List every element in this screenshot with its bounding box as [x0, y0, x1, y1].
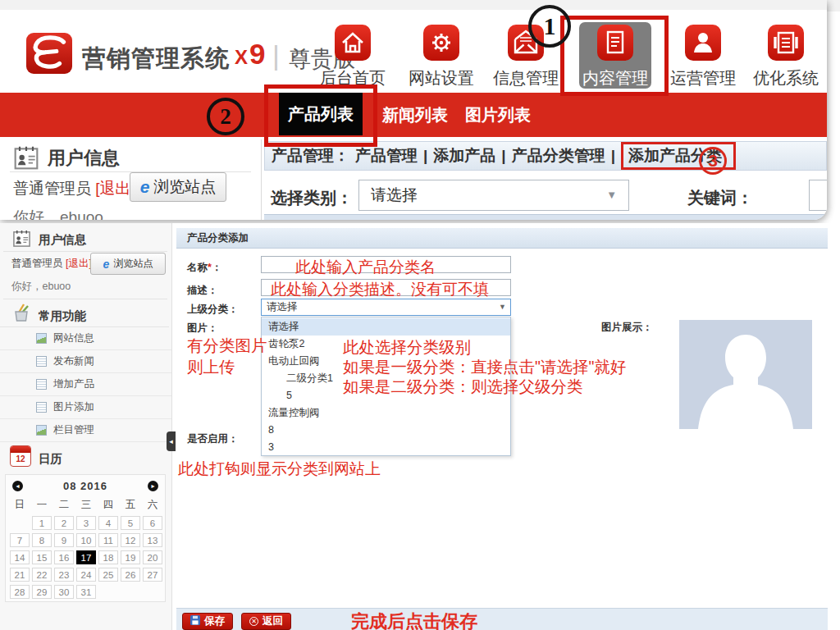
chevron-down-icon: ▼ — [499, 299, 506, 315]
annotation-frame-step1 — [560, 16, 669, 96]
back-button[interactable]: ✕ 返回 — [241, 613, 291, 630]
save-hint-annotation: 完成后点击保存 — [351, 609, 477, 630]
category-filter-select[interactable]: 请选择 ▼ — [358, 180, 629, 211]
chevron-down-icon: ▼ — [606, 180, 617, 210]
save-floppy-icon — [190, 615, 200, 628]
calendar-day[interactable]: 30 — [54, 585, 74, 599]
calendar-day[interactable]: 28 — [10, 585, 30, 599]
sidebar-item-publish-news[interactable]: 发布新闻 — [0, 350, 171, 373]
category-filter-label: 选择类别： — [271, 187, 353, 209]
calendar-day[interactable]: 14 — [10, 550, 30, 564]
calendar-day[interactable]: 1 — [32, 516, 52, 530]
tutorial-screenshot: 营销管理系统 X 9 | 尊贵版 后台首页 网站设置 — [0, 0, 840, 630]
calendar-day[interactable]: 15 — [32, 550, 52, 564]
ie-browser-icon: e — [140, 177, 150, 197]
brand-name: 营销管理系统 — [82, 43, 230, 75]
calendar-day[interactable]: 26 — [121, 568, 140, 582]
breadcrumb-link-product-manage[interactable]: 产品管理 — [355, 145, 418, 167]
keyword-input[interactable] — [809, 180, 827, 211]
dropdown-option[interactable]: 8 — [262, 422, 510, 439]
browse-site-button[interactable]: e 浏览站点 — [90, 253, 166, 275]
action-bar: 保存 ✕ 返回 完成后点击保存 — [176, 608, 828, 630]
calendar-day[interactable]: 20 — [143, 550, 162, 564]
breadcrumb-prefix: 产品管理： — [272, 145, 349, 167]
calendar-day[interactable]: 21 — [10, 568, 30, 582]
calendar-day[interactable]: 8 — [32, 533, 52, 547]
sidebar-item-add-image[interactable]: 图片添加 — [0, 396, 171, 419]
calendar-day[interactable]: 11 — [98, 533, 118, 547]
calendar-day[interactable]: 19 — [121, 550, 140, 564]
nav-item-site-settings[interactable]: 网站设置 — [399, 25, 484, 89]
calendar-day[interactable]: 22 — [32, 568, 52, 582]
nav-item-backstage-home[interactable]: 后台首页 — [310, 25, 395, 89]
nav-label: 网站设置 — [399, 67, 484, 89]
calendar-day[interactable]: 7 — [10, 533, 30, 547]
calendar-day[interactable]: 3 — [76, 516, 96, 530]
calendar-day[interactable]: 27 — [143, 568, 162, 582]
calendar-next-button[interactable]: ▸ — [148, 481, 158, 491]
divider — [3, 299, 167, 299]
calendar-day[interactable]: 24 — [76, 568, 96, 582]
calendar-day[interactable]: 2 — [54, 516, 74, 530]
calendar-date-grid: 1 2 3 4 5 6 7 8 9 10 11 12 13 14 15 16 1 — [10, 516, 162, 599]
calendar-weekday-row: 日 一 二 三 四 五 六 — [10, 498, 162, 512]
calendar-day[interactable]: 13 — [143, 533, 162, 547]
nav-label: 优化系统 — [743, 67, 827, 89]
breadcrumb-separator: | — [501, 147, 505, 165]
divider — [3, 251, 167, 252]
image-preview-label: 图片展示： — [601, 321, 653, 335]
calendar-day[interactable]: 5 — [121, 516, 140, 530]
calendar-day[interactable]: 9 — [54, 533, 74, 547]
calendar-day[interactable]: 29 — [32, 585, 52, 599]
enabled-hint-annotation: 此处打钩则显示分类到网站上 — [178, 459, 381, 480]
calendar-day[interactable]: 10 — [76, 533, 96, 547]
image-preview-placeholder — [679, 320, 812, 429]
collapse-sidebar-handle[interactable]: ◂ — [167, 431, 176, 451]
calendar-day[interactable]: 16 — [54, 550, 74, 564]
breadcrumb-link-add-product[interactable]: 添加产品 — [433, 145, 495, 167]
annotation-step3-circle: 3 — [699, 147, 727, 175]
site-info-icon — [36, 333, 47, 344]
browse-site-button[interactable]: e 浏览站点 — [130, 172, 226, 202]
dropdown-option[interactable]: 3 — [262, 439, 510, 456]
calendar-day[interactable]: 31 — [76, 585, 96, 599]
calendar-day — [98, 585, 118, 599]
parent-category-select[interactable]: 请选择 ▼ — [261, 299, 511, 316]
panel-edge-strip — [264, 214, 827, 220]
calendar-day[interactable]: 18 — [98, 550, 118, 564]
tab-image-list[interactable]: 图片列表 — [465, 93, 531, 137]
nav-item-optimize-system[interactable]: 优化系统 — [743, 25, 827, 89]
calendar-day[interactable]: 25 — [98, 568, 118, 582]
sidebar-item-column-manage[interactable]: 栏目管理 — [0, 419, 171, 442]
breadcrumb-separator: | — [611, 147, 615, 165]
calendar-day-selected[interactable]: 17 — [76, 550, 96, 564]
breadcrumb-separator: | — [423, 147, 427, 165]
name-label: 名称*： — [187, 261, 221, 275]
calendar-day[interactable]: 12 — [121, 533, 140, 547]
user-panel-title: 用户信息 — [48, 146, 120, 171]
save-button[interactable]: 保存 — [182, 613, 233, 630]
dropdown-option[interactable]: 流量控制阀 — [262, 404, 510, 422]
logout-link[interactable]: [退出] — [66, 258, 92, 269]
user-panel-title: 用户信息 — [39, 232, 86, 248]
dropdown-option[interactable]: 请选择 — [262, 318, 510, 336]
tab-news-list[interactable]: 新闻列表 — [382, 93, 448, 137]
desc-hint-annotation: 此处输入分类描述。没有可不填 — [271, 279, 489, 300]
breadcrumb-link-category-manage[interactable]: 产品分类管理 — [512, 145, 605, 167]
user-greeting: 你好，ebuoo — [11, 280, 71, 294]
ie-browser-icon: e — [103, 258, 110, 271]
nav-item-operations-management[interactable]: 运营管理 — [660, 25, 746, 89]
sidebar-item-site-info[interactable]: 网站信息 — [0, 327, 171, 350]
brand-version-number: 9 — [249, 38, 265, 71]
top-gray-strip — [0, 0, 827, 10]
logo-e-icon — [26, 33, 72, 74]
app-logo — [26, 33, 72, 74]
calendar-day[interactable]: 6 — [143, 516, 162, 530]
desc-label: 描述： — [187, 284, 218, 298]
secondary-tab-bar: 产品列表 新闻列表 图片列表 — [0, 93, 827, 137]
calendar-day[interactable]: 23 — [54, 568, 74, 582]
person-silhouette-icon — [679, 320, 812, 429]
sidebar-item-add-product[interactable]: 增加产品 — [0, 373, 171, 396]
user-role: 普通管理员 [退出] — [13, 178, 135, 199]
calendar-day[interactable]: 4 — [98, 516, 118, 530]
